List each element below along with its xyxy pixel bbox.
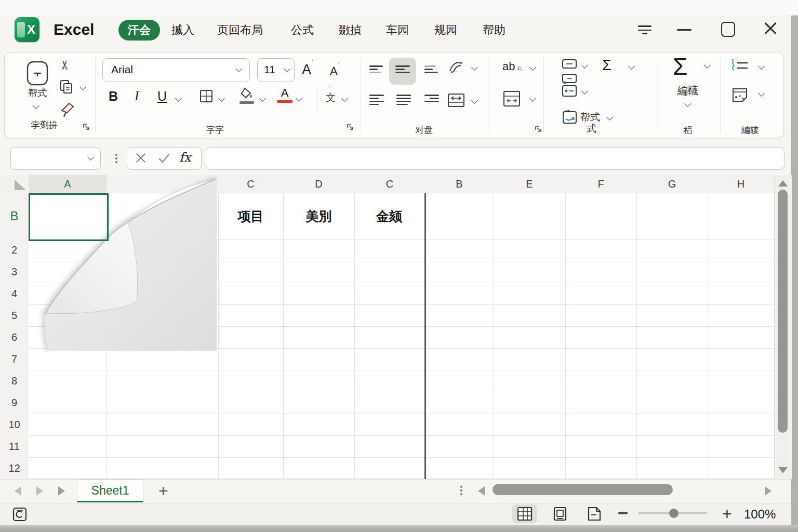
orientation-icon[interactable] xyxy=(447,59,464,78)
align-bottom-button[interactable] xyxy=(424,64,438,75)
number-dialog-launcher[interactable] xyxy=(535,125,542,132)
menu-tab-data[interactable]: 敪揁 xyxy=(339,20,362,41)
row-header-10[interactable]: 10 xyxy=(0,414,29,436)
column-header-g[interactable]: G xyxy=(636,175,708,194)
editing-button-label[interactable]: 編韈 xyxy=(670,84,706,98)
row-header-9[interactable]: 9 xyxy=(0,392,29,414)
conditional-format-button[interactable] xyxy=(562,110,578,127)
cut-icon[interactable]: ✂ xyxy=(58,60,72,70)
paste-button[interactable] xyxy=(25,59,49,88)
active-cell-selection[interactable] xyxy=(29,193,109,241)
editing-button-chevron-icon[interactable] xyxy=(684,100,691,107)
insert-cells-chevron-icon[interactable] xyxy=(581,62,588,69)
cell-c2-1[interactable]: 金颏 xyxy=(354,193,424,239)
page-layout-view-button[interactable] xyxy=(548,504,573,523)
paste-chevron-icon[interactable] xyxy=(33,102,39,109)
align-center-button[interactable] xyxy=(396,93,411,107)
font-size-select[interactable]: 11 xyxy=(257,58,295,82)
small-sum-button[interactable]: Σ xyxy=(602,57,611,74)
zoom-in-button[interactable]: + xyxy=(722,504,732,524)
normal-view-button[interactable] xyxy=(512,504,537,523)
row-header-1[interactable]: B xyxy=(0,193,29,240)
fill-color-button[interactable] xyxy=(240,87,254,104)
column-header-e[interactable]: E xyxy=(494,175,566,194)
orientation-chevron-icon[interactable] xyxy=(471,64,478,71)
copy-chevron-icon[interactable] xyxy=(79,84,86,90)
font-name-select[interactable]: Arial xyxy=(102,58,250,82)
cell-d1[interactable]: 美別 xyxy=(283,193,354,239)
row-header-5[interactable]: 5 xyxy=(0,304,29,327)
align-middle-button[interactable] xyxy=(389,58,416,85)
column-header-c2[interactable]: C xyxy=(354,175,425,194)
sheet-nav-first-icon[interactable] xyxy=(15,486,21,496)
hscroll-left-icon[interactable] xyxy=(478,486,485,496)
hscroll-handle[interactable] xyxy=(460,484,462,497)
add-sheet-button[interactable]: + xyxy=(158,481,168,501)
phonetic-guide-button[interactable]: ˘˘ 文 xyxy=(326,87,336,104)
row-header-12[interactable]: 12 xyxy=(0,457,29,480)
format-cells-chevron-icon[interactable] xyxy=(581,88,588,95)
menu-tab-home[interactable]: 汗会 xyxy=(118,20,160,41)
merge-center-chevron-icon[interactable] xyxy=(529,95,536,102)
format-cells-button[interactable] xyxy=(562,85,577,100)
align-right-button[interactable] xyxy=(424,93,439,104)
copy-button[interactable] xyxy=(60,79,73,96)
zoom-level[interactable]: 100% xyxy=(744,507,776,522)
macro-record-button[interactable] xyxy=(12,507,27,524)
menu-tab-help[interactable]: 帮助 xyxy=(483,20,506,41)
menu-tab-formulas[interactable]: 公式 xyxy=(291,20,314,41)
vertical-scroll-thumb[interactable] xyxy=(778,190,788,433)
font-color-chevron-icon[interactable] xyxy=(296,95,302,102)
minimize-button[interactable] xyxy=(677,29,691,31)
sort-filter-chevron-icon[interactable] xyxy=(758,63,765,70)
italic-button[interactable]: I xyxy=(135,89,139,103)
menu-tab-insert[interactable]: 揻入 xyxy=(171,20,194,41)
name-box[interactable] xyxy=(10,147,101,170)
menu-tab-review[interactable]: 车园 xyxy=(386,20,409,41)
horizontal-scroll-thumb[interactable] xyxy=(493,484,673,495)
underline-chevron-icon[interactable] xyxy=(175,95,182,102)
underline-button[interactable]: U xyxy=(157,89,167,104)
bold-button[interactable]: B xyxy=(109,89,118,104)
zoom-out-button[interactable] xyxy=(618,512,628,514)
zoom-slider-thumb[interactable] xyxy=(669,509,679,518)
column-header-f[interactable]: F xyxy=(565,175,637,194)
increase-font-button[interactable]: Aˋ xyxy=(302,59,313,78)
ribbon-display-options-icon[interactable] xyxy=(638,24,651,34)
align-left-button[interactable] xyxy=(369,93,384,107)
find-select-chevron-icon[interactable] xyxy=(758,90,765,97)
row-header-4[interactable]: 4 xyxy=(0,283,29,305)
cancel-icon[interactable] xyxy=(135,152,147,164)
column-header-b2[interactable]: B xyxy=(425,175,494,194)
align-top-button[interactable] xyxy=(369,64,383,75)
wrap-text-chevron-icon[interactable] xyxy=(529,64,536,71)
maximize-button[interactable] xyxy=(721,22,735,37)
fx-icon[interactable]: fx xyxy=(179,150,191,165)
autosum-button[interactable]: Σ xyxy=(673,52,687,81)
row-header-2[interactable]: 2 xyxy=(0,239,29,261)
font-dialog-launcher[interactable] xyxy=(347,123,354,130)
sheet-nav-prev-icon[interactable] xyxy=(36,486,43,496)
vertical-scrollbar[interactable] xyxy=(774,175,792,479)
column-header-d[interactable]: D xyxy=(283,175,355,194)
format-painter-button[interactable] xyxy=(60,101,75,121)
small-sum-chevron-icon[interactable] xyxy=(628,63,635,70)
column-header-c[interactable]: C xyxy=(218,175,284,194)
enter-icon[interactable] xyxy=(157,152,171,166)
cell-c1[interactable]: 项目 xyxy=(218,193,283,239)
sheet-tab-sheet1[interactable]: Sheet1 xyxy=(77,480,143,502)
style-chevron-icon[interactable] xyxy=(606,114,613,121)
row-header-8[interactable]: 8 xyxy=(0,370,29,392)
scroll-down-icon[interactable] xyxy=(778,467,788,473)
paste-label[interactable]: 帮式 xyxy=(22,87,52,99)
menu-tab-view[interactable]: 规园 xyxy=(434,20,457,41)
style-button-label-2[interactable]: 式 xyxy=(587,122,596,136)
close-button[interactable] xyxy=(763,21,778,36)
insert-cells-button[interactable] xyxy=(562,59,577,72)
page-break-view-button[interactable] xyxy=(582,504,607,523)
row-header-6[interactable]: 6 xyxy=(0,326,29,349)
font-color-button[interactable]: A xyxy=(277,87,292,103)
merge-center-button[interactable] xyxy=(502,90,521,110)
sort-filter-button[interactable] xyxy=(730,59,749,75)
sheet-nav-next-icon[interactable] xyxy=(58,486,65,496)
